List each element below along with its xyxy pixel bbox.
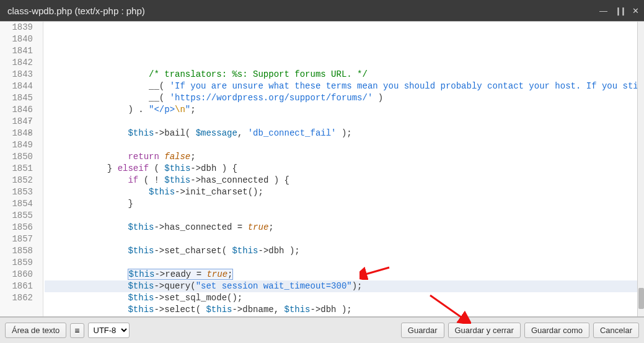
titlebar: class-wpdb.php (text/x-php : php) — ❙❙ ✕ xyxy=(0,0,644,21)
line-number: 1844 xyxy=(4,80,33,92)
code-line[interactable] xyxy=(45,139,637,151)
sliders-icon: ≡ xyxy=(74,326,79,335)
settings-button[interactable]: ≡ xyxy=(70,323,84,338)
line-number: 1843 xyxy=(4,69,33,80)
code-line[interactable] xyxy=(45,210,637,222)
line-number: 1861 xyxy=(4,280,33,292)
code-line[interactable] xyxy=(45,116,637,128)
code-line[interactable]: /* translators: %s: Support forums URL. … xyxy=(45,69,637,80)
save-close-button[interactable]: Guardar y cerrar xyxy=(448,323,521,338)
line-number: 1855 xyxy=(4,210,33,222)
code-line[interactable]: __( 'If you are unsure what these terms … xyxy=(45,80,637,92)
code-line[interactable] xyxy=(45,233,637,245)
line-number: 1847 xyxy=(4,116,33,128)
line-number: 1840 xyxy=(4,33,33,45)
line-number-gutter: 1839184018411842184318441845184618471848… xyxy=(0,22,43,316)
line-number: 1846 xyxy=(4,104,33,116)
line-number: 1853 xyxy=(4,186,33,198)
encoding-select[interactable]: UTF-8 xyxy=(88,323,130,338)
cancel-button[interactable]: Cancelar xyxy=(593,323,639,338)
vertical-scrollbar[interactable] xyxy=(637,22,644,316)
line-number: 1841 xyxy=(4,45,33,57)
line-number: 1839 xyxy=(4,22,33,33)
window-title: class-wpdb.php (text/x-php : php) xyxy=(7,6,599,16)
line-number: 1848 xyxy=(4,128,33,139)
save-button[interactable]: Guardar xyxy=(401,323,444,338)
line-number: 1851 xyxy=(4,163,33,175)
line-number: 1860 xyxy=(4,269,33,280)
code-line[interactable]: $this->ready = true; xyxy=(45,269,637,280)
line-number: 1862 xyxy=(4,292,33,304)
footer-toolbar: Área de texto ≡ UTF-8 Guardar Guardar y … xyxy=(0,317,644,343)
code-line[interactable]: $this->set_charset( $this->dbh ); xyxy=(45,245,637,257)
text-area-button[interactable]: Área de texto xyxy=(5,323,66,338)
code-area[interactable]: /* translators: %s: Support forums URL. … xyxy=(43,22,637,316)
code-line[interactable]: } xyxy=(45,198,637,210)
line-number: 1854 xyxy=(4,198,33,210)
minimize-icon[interactable]: — xyxy=(599,7,607,15)
code-line[interactable]: $this->set_sql_mode(); xyxy=(45,292,637,304)
line-number: 1857 xyxy=(4,233,33,245)
code-line[interactable] xyxy=(45,316,637,316)
code-line[interactable]: $this->bail( $message, 'db_connect_fail'… xyxy=(45,128,637,139)
save-as-button[interactable]: Guardar como xyxy=(524,323,589,338)
code-line[interactable]: $this->init_charset(); xyxy=(45,186,637,198)
code-line[interactable] xyxy=(45,257,637,269)
line-number: 1850 xyxy=(4,151,33,163)
code-line[interactable]: return false; xyxy=(45,151,637,163)
line-number: 1842 xyxy=(4,57,33,69)
window-controls: — ❙❙ ✕ xyxy=(599,7,639,15)
code-line[interactable]: $this->has_connected = true; xyxy=(45,222,637,233)
code-editor[interactable]: 1839184018411842184318441845184618471848… xyxy=(0,21,644,317)
code-line[interactable]: $this->query("set session wait_timeout=3… xyxy=(45,280,637,292)
close-icon[interactable]: ✕ xyxy=(632,7,639,15)
scrollbar-thumb[interactable] xyxy=(638,288,644,309)
line-number: 1852 xyxy=(4,175,33,186)
line-number: 1856 xyxy=(4,222,33,233)
line-number: 1859 xyxy=(4,257,33,269)
line-number: 1858 xyxy=(4,245,33,257)
code-line[interactable]: __( 'https://wordpress.org/support/forum… xyxy=(45,92,637,104)
code-line[interactable]: } elseif ( $this->dbh ) { xyxy=(45,163,637,175)
line-number: 1849 xyxy=(4,139,33,151)
code-line[interactable]: $this->select( $this->dbname, $this->dbh… xyxy=(45,304,637,316)
code-line[interactable]: ) . "</p>\n"; xyxy=(45,104,637,116)
code-line[interactable]: if ( ! $this->has_connected ) { xyxy=(45,175,637,186)
line-number: 1845 xyxy=(4,92,33,104)
maximize-icon[interactable]: ❙❙ xyxy=(615,7,625,15)
